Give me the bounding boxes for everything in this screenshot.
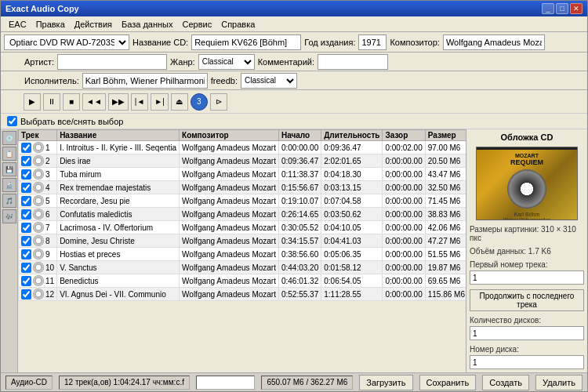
table-row[interactable]: 11 Benedictus Wolfgang Amadeus Mozart 0:…	[19, 274, 466, 288]
freedb-label: freedb:	[211, 76, 238, 85]
cell-name: V. Sanctus	[57, 261, 180, 274]
track-number-button[interactable]: 3	[191, 93, 208, 111]
artist-input[interactable]	[57, 54, 167, 70]
table-row[interactable]: 1 I. Introitus - II. Kyrie - III. Seqent…	[19, 141, 466, 154]
track-checkbox[interactable]	[21, 276, 31, 286]
create-button[interactable]: Создать	[482, 375, 529, 390]
cell-start: 0:19:10.07	[278, 194, 321, 208]
cell-start: 0:00:00.00	[278, 141, 321, 154]
disk-num-label: Номер диска:	[470, 345, 584, 354]
next-button[interactable]: ▶▶	[108, 93, 129, 111]
performer-input[interactable]	[82, 73, 208, 89]
genre-select[interactable]: Classical	[198, 54, 255, 70]
eject-button[interactable]: ⏏	[171, 93, 188, 111]
cell-gap: 0:00:02.00	[383, 141, 425, 154]
cell-start: 0:30:05.52	[278, 221, 321, 234]
year-label: Год издания:	[304, 38, 355, 47]
cell-composer: Wolfgang Amadeus Mozart	[180, 194, 279, 208]
cell-track-num: 6	[19, 208, 57, 221]
pause-button[interactable]: ⏸	[43, 93, 60, 111]
track-checkbox[interactable]	[21, 169, 31, 180]
skip-next-button[interactable]: ►|	[151, 93, 169, 111]
play-button[interactable]: ▶	[24, 93, 41, 111]
track-checkbox[interactable]	[21, 209, 31, 220]
track-checkbox[interactable]	[21, 196, 31, 206]
track-checkbox[interactable]	[21, 289, 31, 299]
table-row[interactable]: 4 Rex tremendae majestatis Wolfgang Amad…	[19, 181, 466, 194]
test-icon[interactable]: 🔬	[2, 178, 16, 192]
cd-icon	[33, 249, 44, 260]
image-size-info: Размеры картинки: 310 × 310 пкс	[470, 225, 584, 242]
menu-actions[interactable]: Действия	[70, 18, 117, 31]
track-checkbox[interactable]	[21, 143, 31, 153]
disk-num-field: Номер диска:	[470, 345, 584, 369]
cell-track-num: 11	[19, 274, 57, 288]
cell-composer: Wolfgang Amadeus Mozart	[180, 234, 279, 248]
maximize-button[interactable]: □	[556, 3, 568, 14]
prev-button[interactable]: ◄◄	[82, 93, 106, 111]
continue-button[interactable]: Продолжить с последнего трека	[470, 289, 584, 311]
first-track-input[interactable]	[470, 270, 584, 285]
stop-button[interactable]: ■	[63, 93, 80, 111]
mp3-icon[interactable]: 🎵	[2, 194, 16, 208]
track-checkbox[interactable]	[21, 263, 31, 273]
cell-gap: 0:00:00.00	[383, 208, 425, 221]
table-row[interactable]: 2 Dies irae Wolfgang Amadeus Mozart 0:09…	[19, 154, 466, 168]
comment-label: Комментарий:	[258, 57, 314, 67]
menu-service[interactable]: Сервис	[178, 18, 217, 31]
disk-count-input[interactable]	[470, 326, 584, 340]
skip-prev-button[interactable]: |◄	[131, 93, 149, 111]
window-controls: _ □ ✕	[542, 3, 583, 14]
freedb-select[interactable]: Classical	[241, 73, 297, 89]
table-row[interactable]: 10 V. Sanctus Wolfgang Amadeus Mozart 0:…	[19, 261, 466, 274]
rip-icon[interactable]: 💿	[2, 131, 16, 145]
table-row[interactable]: 12 VI. Agnus Dei - VII. Communio Wolfgan…	[19, 288, 466, 301]
table-row[interactable]: 9 Hostias et preces Wolfgang Amadeus Moz…	[19, 248, 466, 261]
drive-select[interactable]: Optiarc DVD RW AD-7203S 1.09 Adapter: 0 …	[4, 34, 129, 50]
composer-input[interactable]	[443, 34, 545, 50]
table-row[interactable]: 7 Lacrimosa - IV. Offertorium Wolfgang A…	[19, 221, 466, 234]
col-name: Название	[57, 130, 180, 141]
cd-icon	[33, 222, 44, 233]
cell-composer: Wolfgang Amadeus Mozart	[180, 261, 279, 274]
track-checkbox[interactable]	[21, 223, 31, 233]
table-row[interactable]: 3 Tuba mirum Wolfgang Amadeus Mozart 0:1…	[19, 168, 466, 181]
cd-name-input[interactable]	[191, 34, 301, 50]
left-icons: 💿 📋 💾 🔬 🎵 🎶	[1, 129, 18, 372]
cell-name: Dies irae	[57, 154, 180, 168]
track-table: Трек Название Композитор Начало Длительн…	[18, 129, 466, 301]
comment-input[interactable]	[318, 54, 388, 70]
cell-duration: 0:07:04.58	[321, 194, 383, 208]
track-checkbox[interactable]	[21, 249, 31, 260]
cell-track-num: 10	[19, 261, 57, 274]
disk-num-input[interactable]	[470, 355, 584, 369]
menu-eac[interactable]: EAC	[4, 18, 31, 31]
track-checkbox[interactable]	[21, 156, 31, 166]
track-checkbox[interactable]	[21, 236, 31, 246]
cell-gap: 0:00:00.00	[383, 181, 425, 194]
menu-database[interactable]: База данных	[117, 18, 178, 31]
cell-size: 38.83 M6	[425, 208, 466, 221]
wav-icon[interactable]: 🎶	[2, 209, 16, 223]
minimize-button[interactable]: _	[542, 3, 554, 14]
table-row[interactable]: 6 Confutatis maledictis Wolfgang Amadeus…	[19, 208, 466, 221]
track-checkbox[interactable]	[21, 183, 31, 193]
save-button[interactable]: Сохранить	[419, 375, 477, 390]
rip-button[interactable]: ⊳	[210, 93, 227, 111]
toolbar-row2: Артист: Жанр: Classical Комментарий:	[1, 53, 587, 71]
copy-icon[interactable]: 📋	[2, 147, 16, 161]
year-input[interactable]	[358, 34, 387, 50]
table-row[interactable]: 8 Domine, Jesu Christe Wolfgang Amadeus …	[19, 234, 466, 248]
track-table-container[interactable]: Трек Название Композитор Начало Длительн…	[18, 129, 466, 372]
delete-button[interactable]: Удалить	[535, 375, 583, 390]
select-all-checkbox[interactable]	[7, 116, 17, 126]
select-all-label: Выбрать все/снять выбор	[20, 117, 123, 126]
disk-count-label: Количество дисков:	[470, 316, 584, 325]
close-button[interactable]: ✕	[570, 3, 583, 14]
save-icon[interactable]: 💾	[2, 162, 16, 176]
table-row[interactable]: 5 Recordare, Jesu pie Wolfgang Amadeus M…	[19, 194, 466, 208]
menu-help[interactable]: Справка	[216, 18, 260, 31]
menu-edit[interactable]: Правка	[31, 18, 70, 31]
cell-track-num: 4	[19, 181, 57, 194]
load-button[interactable]: Загрузить	[359, 375, 412, 390]
